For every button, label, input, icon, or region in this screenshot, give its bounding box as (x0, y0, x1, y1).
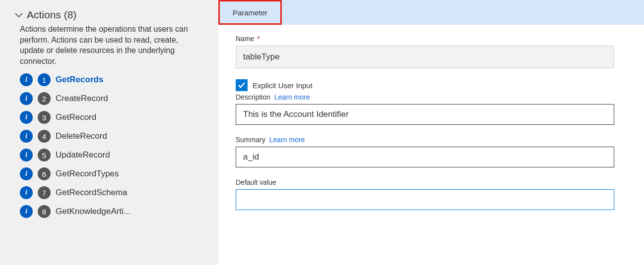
actions-description: Actions determine the operations that us… (20, 24, 203, 66)
action-label: GetRecords (56, 75, 103, 85)
description-label-line: Description Learn more (236, 93, 614, 101)
action-label: DeleteRecord (56, 131, 107, 141)
summary-field[interactable] (236, 147, 614, 167)
info-icon[interactable]: i (20, 73, 33, 86)
action-number-badge: 4 (38, 130, 51, 143)
check-icon (238, 81, 246, 89)
summary-row: Summary Learn more (236, 136, 614, 167)
info-icon[interactable]: i (20, 149, 33, 161)
action-number-badge: 6 (38, 167, 51, 180)
tab-parameter[interactable]: Parameter (218, 0, 282, 25)
actions-header[interactable]: Actions (8) (15, 9, 203, 21)
default-field[interactable] (236, 189, 614, 210)
info-icon[interactable]: i (20, 186, 33, 199)
required-asterisk: * (255, 35, 259, 43)
default-label: Default value (236, 178, 276, 186)
action-label: GetRecord (56, 112, 96, 122)
explicit-checkbox[interactable] (236, 79, 248, 91)
name-label: Name (236, 35, 254, 43)
name-row: Name * (236, 35, 614, 68)
chevron-down-icon (15, 10, 23, 19)
action-number-badge: 7 (38, 186, 51, 199)
action-number-badge: 8 (38, 205, 51, 218)
name-field[interactable] (236, 46, 614, 68)
main-panel: Parameter Name * Explicit User Input Des… (218, 0, 644, 265)
tab-label: Parameter (233, 8, 267, 17)
description-row: Description Learn more (236, 93, 614, 125)
action-number-badge: 1 (38, 73, 51, 86)
summary-label: Summary (236, 136, 265, 144)
default-label-line: Default value (236, 178, 614, 186)
sidebar-item-deleterecord[interactable]: i4DeleteRecord (20, 130, 203, 143)
sidebar-item-getrecordschema[interactable]: i7GetRecordSchema (20, 186, 203, 199)
action-number-badge: 2 (38, 92, 51, 105)
explicit-row: Explicit User Input (236, 79, 614, 91)
info-icon[interactable]: i (20, 205, 33, 218)
action-label: CreateRecord (56, 94, 108, 104)
actions-title: Actions (8) (27, 9, 76, 21)
summary-label-line: Summary Learn more (236, 136, 614, 144)
default-row: Default value (236, 178, 614, 210)
action-label: GetRecordTypes (56, 169, 119, 179)
sidebar-item-getrecord[interactable]: i3GetRecord (20, 111, 203, 124)
action-number-badge: 5 (38, 149, 51, 161)
sidebar-item-getrecordtypes[interactable]: i6GetRecordTypes (20, 167, 203, 180)
sidebar-item-getrecords[interactable]: i1GetRecords (20, 73, 203, 86)
sidebar-item-createrecord[interactable]: i2CreateRecord (20, 92, 203, 105)
sidebar: Actions (8) Actions determine the operat… (0, 0, 218, 265)
action-label: GetRecordSchema (56, 188, 128, 198)
info-icon[interactable]: i (20, 167, 33, 180)
form-area: Name * Explicit User Input Description L… (218, 25, 644, 221)
description-label: Description (236, 93, 270, 101)
tab-bar: Parameter (218, 0, 644, 25)
sidebar-item-getknowledgearti[interactable]: i8GetKnowledgeArti... (20, 205, 203, 218)
actions-list: i1GetRecordsi2CreateRecordi3GetRecordi4D… (20, 73, 203, 218)
info-icon[interactable]: i (20, 130, 33, 143)
sidebar-item-updaterecord[interactable]: i5UpdateRecord (20, 149, 203, 161)
description-learn-more-link[interactable]: Learn more (274, 93, 310, 101)
summary-learn-more-link[interactable]: Learn more (269, 136, 305, 144)
description-field[interactable] (236, 104, 614, 125)
info-icon[interactable]: i (20, 111, 33, 124)
action-number-badge: 3 (38, 111, 51, 124)
action-label: UpdateRecord (56, 150, 110, 160)
explicit-label: Explicit User Input (253, 81, 313, 90)
name-label-line: Name * (236, 35, 614, 43)
info-icon[interactable]: i (20, 92, 33, 105)
action-label: GetKnowledgeArti... (56, 207, 130, 216)
